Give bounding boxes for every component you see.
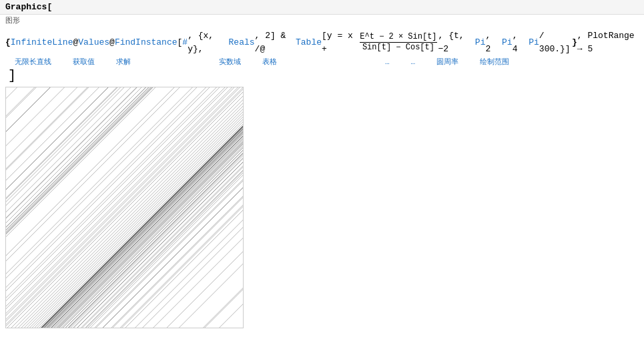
pi-keyword3[interactable]: Pi [529, 36, 539, 49]
hint-ellipsis2: … [411, 58, 416, 66]
hint-table: 表格 [262, 57, 277, 67]
closing-brace: } [572, 36, 577, 49]
graphics-canvas [5, 87, 244, 328]
fraction-numerator: E^t − 2 × Sin[t] [360, 33, 436, 43]
hash-symbol: # [182, 36, 188, 49]
header-title: Graphics [5, 2, 47, 12]
func-values[interactable]: Values [78, 36, 109, 49]
comma-xy: , {x, y}, [188, 29, 228, 55]
hint-ellipsis1: … [385, 58, 390, 66]
code-expression: { InfiniteLine @ Values @ FindInstance [… [5, 29, 639, 55]
at-sign1: @ [73, 36, 78, 49]
close-bracket: ] [8, 69, 639, 83]
bracket2: [y = x + [322, 29, 358, 55]
func-table[interactable]: Table [296, 36, 322, 49]
bracket1: [ [178, 36, 183, 49]
header-bracket: [ [47, 2, 52, 12]
hint-pi: 圆周率 [436, 57, 458, 67]
func-findinstance[interactable]: FindInstance [115, 36, 178, 49]
comma-2pi: , 2 [485, 29, 502, 55]
closing-bracket-line: ] [5, 69, 639, 83]
hint-infiniteline: 无限长直线 [15, 57, 51, 67]
plotrange-text: , PlotRange → 5 [577, 29, 639, 55]
opening-brace: { [5, 36, 11, 49]
header-bar: Graphics [ [0, 0, 644, 15]
fraction-expr: E^t − 2 × Sin[t] Sin[t] − Cos[t] [360, 33, 436, 52]
slash-300: / 300.}] [539, 29, 572, 55]
header-subtitle: 图形 [0, 15, 644, 25]
main-content: { InfiniteLine @ Values @ FindInstance [… [0, 25, 644, 332]
pi-keyword1[interactable]: Pi [475, 36, 486, 49]
fraction-denominator: Sin[t] − Cos[t] [362, 43, 434, 52]
hint-plotrange: 绘制范围 [480, 57, 509, 67]
hint-findinstance: 求解 [116, 57, 131, 67]
comma-2: , 2] & /@ [255, 29, 296, 55]
comma-4pi: , 4 [513, 29, 529, 55]
pi-keyword2[interactable]: Pi [502, 36, 513, 49]
graphics-output [5, 87, 639, 328]
func-infiniteline[interactable]: InfiniteLine [11, 36, 73, 49]
hint-reals: 实数域 [219, 57, 241, 67]
reals-keyword[interactable]: Reals [229, 36, 255, 49]
hint-row-1: 无限长直线 获取值 求解 实数域 表格 … … 圆周率 绘制范围 [5, 57, 639, 67]
hint-values: 获取值 [73, 57, 95, 67]
comma-t: , {t, −2 [438, 29, 475, 55]
at-sign2: @ [109, 36, 115, 49]
